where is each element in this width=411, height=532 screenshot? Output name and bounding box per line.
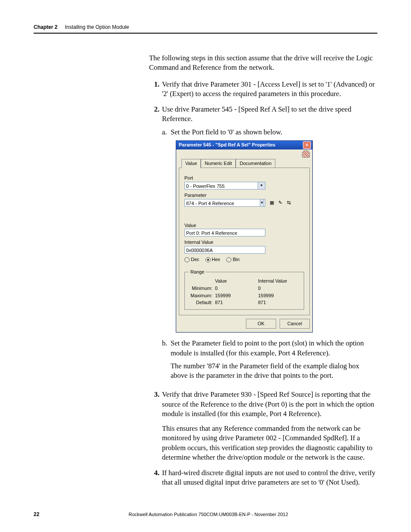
range-def-value: 871: [215, 299, 258, 306]
chevron-down-icon[interactable]: ▼: [258, 182, 265, 190]
close-icon[interactable]: ×: [303, 141, 311, 149]
step-3-text: Verify that drive Parameter 930 - [Speed…: [162, 390, 377, 419]
chevron-down-icon[interactable]: ▼: [260, 199, 264, 207]
range-max-label: Maximum:: [189, 292, 215, 299]
tab-numeric-edit[interactable]: Numeric Edit: [201, 159, 236, 168]
internal-value-label: Internal Value: [184, 239, 304, 246]
range-legend: Range: [189, 269, 206, 275]
range-min-internal: 0: [258, 285, 297, 292]
radix-dec[interactable]: Dec: [184, 256, 199, 263]
range-def-internal: 871: [258, 299, 297, 306]
range-def-label: Default:: [189, 299, 215, 306]
radix-group: Dec Hex Bin: [184, 256, 304, 263]
range-min-label: Minimum:: [189, 285, 215, 292]
dialog-title: Parameter 545 - "Spd Ref A Sel" Properti…: [179, 142, 275, 148]
tab-strip: Value Numeric Edit Documentation: [179, 159, 310, 168]
tree-icon[interactable]: ⇆: [286, 199, 293, 206]
range-min-value: 0: [215, 285, 258, 292]
tab-documentation[interactable]: Documentation: [236, 159, 275, 168]
step-2b-para: The number '874' in the Parameter field …: [171, 361, 377, 381]
page-number: 22: [34, 511, 39, 517]
parameter-toolbar-icon[interactable]: [302, 150, 310, 158]
properties-dialog: Parameter 545 - "Spd Ref A Sel" Properti…: [176, 140, 313, 333]
range-max-value: 159999: [215, 292, 258, 299]
chart-icon[interactable]: ▦: [268, 199, 275, 206]
range-hdr-value: Value: [215, 278, 258, 284]
step-4-number: 4.: [149, 468, 159, 488]
chapter-title: Installing the Option Module: [65, 24, 129, 30]
step-3-number: 3.: [149, 390, 159, 462]
step-2a-text: Set the Port field to '0' as shown below…: [171, 128, 377, 137]
radix-bin[interactable]: Bin: [226, 256, 240, 263]
cancel-button[interactable]: Cancel: [280, 319, 310, 329]
port-label: Port: [184, 175, 304, 181]
step-2a-mark: a.: [162, 128, 171, 137]
range-max-internal: 159999: [258, 292, 297, 299]
step-2-number: 2.: [149, 105, 159, 384]
radix-hex[interactable]: Hex: [206, 256, 221, 263]
publication-id: Rockwell Automation Publication 750COM-U…: [39, 512, 377, 517]
wand-icon[interactable]: ✎: [277, 199, 284, 206]
step-2b-text: Set the Parameter field to point to the …: [171, 339, 377, 358]
range-group: Range Value Internal Value Minimum: 0 0 …: [184, 269, 304, 310]
parameter-label: Parameter: [184, 192, 304, 199]
parameter-select[interactable]: 874 - Port 4 Reference: [184, 199, 265, 207]
step-1-number: 1.: [149, 80, 159, 99]
dialog-titlebar[interactable]: Parameter 545 - "Spd Ref A Sel" Properti…: [176, 141, 312, 149]
chapter-label: Chapter 2: [34, 24, 57, 30]
step-2-text: Use drive Parameter 545 - [Speed Ref A S…: [162, 105, 377, 124]
internal-value-field[interactable]: 0x0000036A: [184, 246, 265, 254]
step-3-para: This ensures that any Reference commande…: [162, 424, 377, 462]
step-2b-mark: b.: [162, 339, 171, 380]
value-label: Value: [184, 222, 304, 229]
intro-paragraph: The following steps in this section assu…: [149, 53, 377, 73]
ok-button[interactable]: OK: [246, 319, 276, 329]
tab-value[interactable]: Value: [181, 159, 201, 168]
port-select[interactable]: 0 - PowerFlex 755: [184, 182, 263, 190]
step-4-text: If hard-wired discrete digital inputs ar…: [162, 468, 377, 488]
value-field[interactable]: Port 0: Port 4 Reference: [184, 229, 265, 236]
page-footer: 22 Rockwell Automation Publication 750CO…: [34, 511, 377, 517]
step-1-text: Verify that drive Parameter 301 - [Acces…: [162, 80, 377, 99]
range-hdr-internal: Internal Value: [258, 278, 297, 284]
running-header: Chapter 2 Installing the Option Module: [34, 24, 377, 34]
